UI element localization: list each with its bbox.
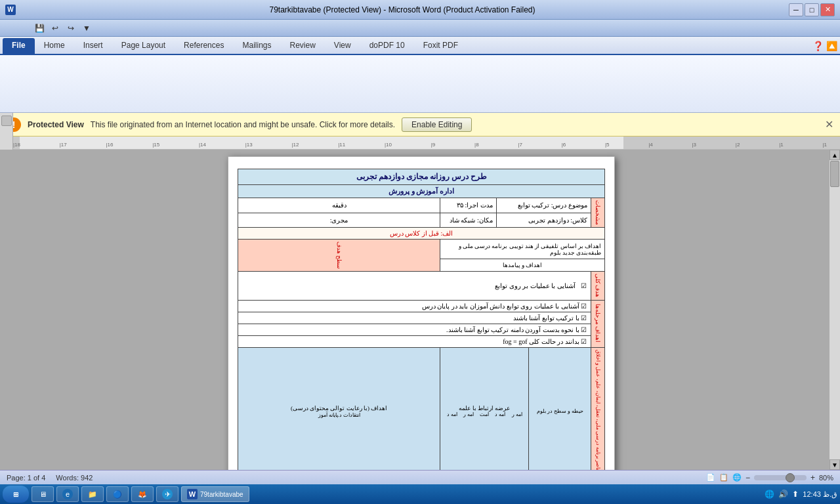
ribbon-minimize-icon[interactable]: 🔼 [826,41,837,51]
taskbar: ⊞ 🖥 e 📁 🔵 🦊 ✈ W 79tarkibtavabe 🌐 🔊 ⬆ 12:… [0,484,840,504]
stage-goals-row: اهداف مرحله‌ها ☑ آشنایی با عملیات روی تو… [238,300,605,312]
clock-time: 12:43 ق.ظ [803,490,837,499]
class-cell: کلاس: دوازدهم تجربی [496,213,591,228]
general-goal-row: هدف کلی ☑ آشنایی با عملیات بر روی توابع [238,272,605,300]
help-icon[interactable]: ❓ [812,41,824,51]
chrome-icon: 🔵 [112,489,123,499]
tab-home[interactable]: Home [35,38,74,54]
redo-qa-button[interactable]: ↪ [64,22,77,35]
word-count: Words: 942 [56,474,93,482]
general-goal-text: آشنایی با عملیات بر روی توابع [495,282,576,289]
obj2-cell: ☑ با ترکیب توابع آشنا باشند [238,312,591,324]
general-goal-check: ☑ [581,282,587,289]
taskbar-item-explorer[interactable]: 📁 [81,486,104,502]
document-table: طرح درس روزانه مجازی دوازدهم تجربی اداره… [238,169,605,470]
info-row-1: مشخصات موضوع درس: ترکیب توابع مدت اجرا: … [238,198,605,213]
protected-view-message: This file originated from an Internet lo… [91,120,395,129]
doc-subtitle-cell: اداره آموزش و پرورش [238,185,605,198]
scroll-up-arrow[interactable]: ▲ [830,150,840,160]
doc-title-cell: طرح درس روزانه مجازی دوازدهم تجربی [238,169,605,185]
tab-view[interactable]: View [325,38,360,54]
zoom-thumb[interactable] [786,473,795,482]
view-icon-web[interactable]: 🌐 [732,473,742,482]
tray-volume-icon[interactable]: 🔊 [778,490,788,499]
minimize-button[interactable]: ─ [789,3,803,16]
tab-insert[interactable]: Insert [74,38,112,54]
title-bar: W 79tarkibtavabe (Protected View) - Micr… [0,0,840,20]
obj4-check: ☑ [581,338,587,345]
firefox-icon: 🦊 [137,489,148,499]
ribbon-placeholder [7,77,20,91]
goals-header-cell: اهداف بر اساس تلفیقی از هند تویبی برنامه… [440,240,605,259]
tab-mailings[interactable]: Mailings [233,38,280,54]
prev-lesson-row: الف: قبل از کلاس درس [238,228,605,240]
protected-bar-close[interactable]: ✕ [825,118,833,131]
col-headers-row: عناصر برنامه درسی ملی، تعقل، ایمان، علم،… [238,347,605,470]
start-button[interactable]: ⊞ [3,486,29,503]
status-right: 📄 📋 🌐 − + 80% [706,473,833,482]
subject-cell: موضوع درس: ترکیب توابع [496,198,591,213]
national-label: عناصر برنامه درسی ملی، تعقل، ایمان، علم،… [591,347,605,470]
scroll-track [830,160,840,459]
undo-qa-button[interactable]: ↩ [49,22,62,35]
tray-arrow-icon[interactable]: ⬆ [792,490,799,499]
ribbon-tabs: File Home Insert Page Layout References … [0,37,840,55]
taskbar-item-telegram[interactable]: ✈ [156,486,178,502]
goal-content-header: اهداف (با رعایت توالی محتوای درسی)انتقاد… [238,347,440,470]
obj1-text: آشنایی با عملیات روی توابع دانش آموزان ب… [422,303,579,310]
taskbar-item-firefox[interactable]: 🦊 [131,486,154,502]
taskbar-item-ie[interactable]: e [56,486,79,502]
system-clock[interactable]: 12:43 ق.ظ [803,490,837,499]
vertical-scrollbar[interactable]: ▲ ▼ [830,150,840,470]
ruler-inner: |18|17|16|15|14 |13|12|11|10|9 |8|7|6|5|… [0,136,840,149]
tab-dopdf[interactable]: doPDF 10 [360,38,414,54]
obj3-row: ☑ با نحوه بدست آوردن دامنه ترکیب توابع آ… [238,324,605,335]
scroll-thumb[interactable] [830,161,839,187]
scroll-down-arrow[interactable]: ▼ [830,459,840,470]
word-icon: W [5,5,16,15]
zoom-in-icon[interactable]: + [810,473,815,482]
desktop-icon: 🖥 [37,489,48,499]
obj4-text: بدانند در حالت کلی fog = gof [503,338,579,345]
zoom-slider[interactable] [754,475,807,480]
obj3-check: ☑ [581,326,587,333]
duration-unit-cell: دقیقه [238,198,440,213]
ruler: |18|17|16|15|14 |13|12|11|10|9 |8|7|6|5|… [0,136,840,150]
quick-access-toolbar: 💾 ↩ ↪ ▼ [0,20,840,37]
obj4-row: ☑ بدانند در حالت کلی fog = gof [238,335,605,347]
duration-cell: مدت اجرا: ۳۵ [440,198,497,213]
obj2-row: ☑ با ترکیب توابع آشنا باشند [238,312,605,324]
explorer-icon: 📁 [87,489,98,499]
maximize-button[interactable]: □ [805,3,819,16]
status-left: Page: 1 of 4 Words: 942 [7,474,93,482]
view-icon-fullscreen[interactable]: 📋 [719,473,728,482]
qa-dropdown-button[interactable]: ▼ [80,22,93,35]
obj3-cell: ☑ با نحوه بدست آوردن دامنه ترکیب توابع آ… [238,324,591,335]
tab-foxit[interactable]: Foxit PDF [414,38,467,54]
enable-editing-button[interactable]: Enable Editing [402,117,472,132]
window-controls: ─ □ ✕ [789,3,835,16]
taskbar-item-word[interactable]: W 79tarkibtavabe [181,486,249,502]
surface-level-cell: سطح هدف [238,240,440,272]
close-button[interactable]: ✕ [820,3,835,16]
location-cell: مکان: شبکه شاد [440,213,497,228]
taskbar-item-desktop[interactable]: 🖥 [32,486,54,502]
taskbar-right: 🌐 🔊 ⬆ 12:43 ق.ظ [765,490,837,499]
zoom-out-icon[interactable]: − [746,473,750,482]
taskbar-word-label: 79tarkibtavabe [200,491,243,498]
tab-file[interactable]: File [3,38,35,54]
protected-view-bar: ! Protected View This file originated fr… [0,113,840,136]
view-icon-print[interactable]: 📄 [706,473,715,482]
taskbar-item-chrome[interactable]: 🔵 [106,486,129,502]
save-qa-button[interactable]: 💾 [33,22,46,35]
subtitle-row: اداره آموزش و پرورش [238,185,605,198]
obj2-text: با ترکیب توابع آشنا باشند [513,314,579,322]
tab-page-layout[interactable]: Page Layout [112,38,175,54]
tab-references[interactable]: References [175,38,233,54]
teacher-cell: مجری: [238,213,440,228]
tab-review[interactable]: Review [280,38,324,54]
section-label-1: مشخصات [591,198,605,228]
ruler-handle[interactable] [1,116,12,126]
tray-network-icon[interactable]: 🌐 [765,490,774,499]
general-goal-cell: ☑ آشنایی با عملیات بر روی توابع [238,272,591,300]
